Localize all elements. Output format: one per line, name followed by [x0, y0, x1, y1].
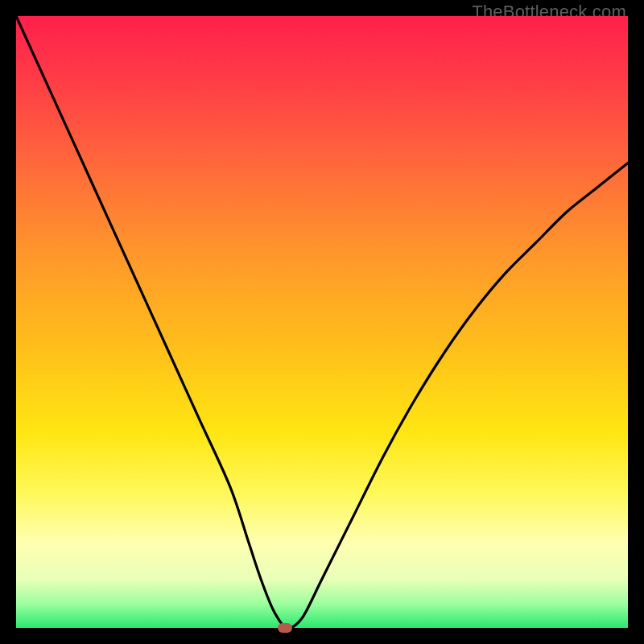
- plot-area: [16, 16, 628, 628]
- chart-frame: [16, 16, 628, 628]
- curve-svg: [16, 16, 628, 628]
- optimal-point-marker: [278, 623, 292, 633]
- bottleneck-curve: [16, 16, 628, 630]
